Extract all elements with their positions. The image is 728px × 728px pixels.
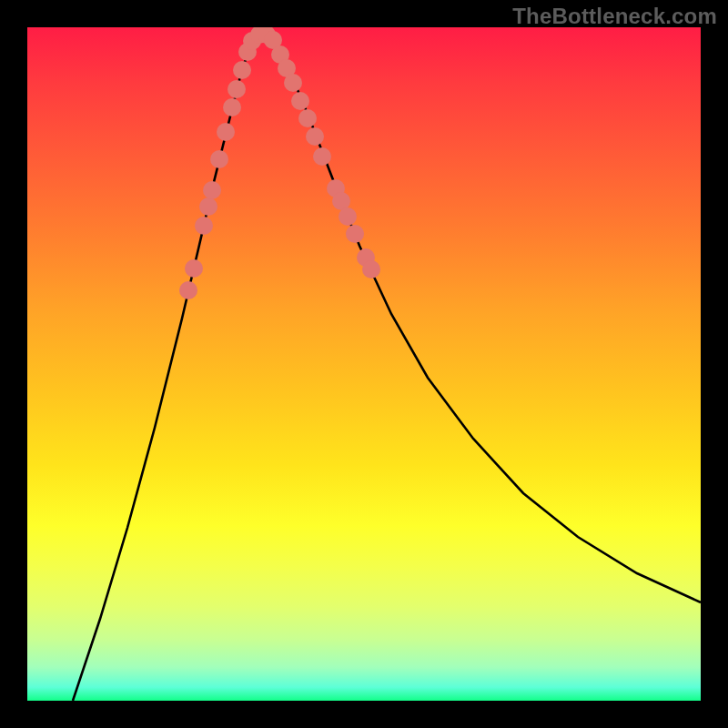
chart-markers [179, 27, 380, 299]
chart-marker [179, 281, 197, 299]
chart-marker [346, 225, 364, 243]
chart-plot-area [27, 27, 701, 701]
chart-marker [210, 150, 228, 168]
chart-frame [0, 0, 728, 728]
chart-marker [223, 98, 241, 116]
chart-marker [284, 74, 302, 92]
chart-marker [362, 260, 380, 278]
chart-marker [298, 109, 317, 127]
chart-svg [27, 27, 701, 701]
chart-marker [228, 80, 246, 98]
watermark-text: TheBottleneck.com [512, 4, 717, 29]
chart-marker [203, 181, 221, 199]
chart-marker [195, 217, 213, 235]
chart-marker [217, 123, 235, 141]
chart-marker [339, 207, 357, 226]
chart-marker [233, 61, 251, 79]
bottleneck-curve [73, 35, 701, 701]
chart-marker [185, 259, 203, 278]
chart-marker [313, 147, 331, 166]
chart-marker [306, 127, 324, 146]
chart-marker [291, 92, 309, 110]
chart-marker [199, 197, 217, 216]
